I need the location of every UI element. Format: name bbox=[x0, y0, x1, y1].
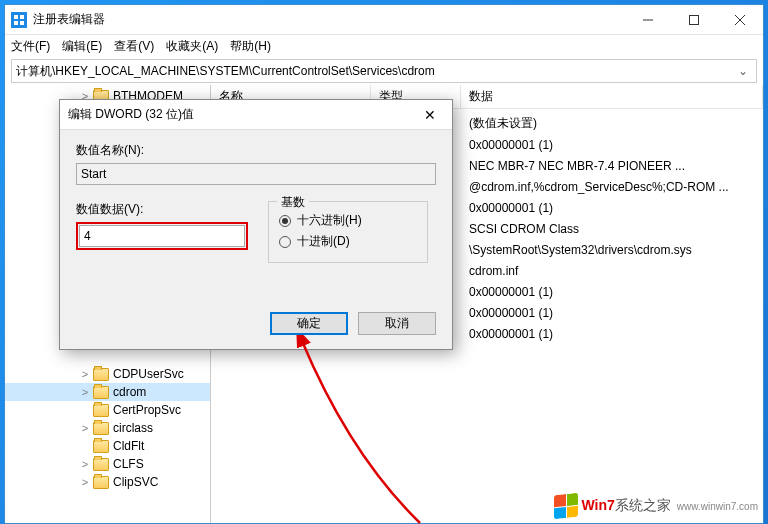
cell-data: NEC MBR-7 NEC MBR-7.4 PIONEER ... bbox=[461, 159, 763, 173]
watermark-url: www.winwin7.com bbox=[677, 501, 758, 512]
cell-data: \SystemRoot\System32\drivers\cdrom.sys bbox=[461, 243, 763, 257]
svg-rect-1 bbox=[20, 15, 24, 19]
dialog-body: 数值名称(N): 数值数据(V): 基数 十六进制(H) 十进制(D) bbox=[60, 130, 452, 312]
cell-data: 0x00000001 (1) bbox=[461, 138, 763, 152]
watermark-brand-suffix: 系统之家 bbox=[615, 497, 671, 513]
dialog-buttons: 确定 取消 bbox=[60, 312, 452, 349]
tree-item[interactable]: > ClipSVC bbox=[5, 473, 210, 491]
cancel-button[interactable]: 取消 bbox=[358, 312, 436, 335]
expander-icon[interactable]: > bbox=[79, 422, 91, 434]
tree-item-label: cdrom bbox=[113, 385, 146, 399]
watermark-brand-prefix: Win7 bbox=[582, 497, 615, 513]
cell-data: SCSI CDROM Class bbox=[461, 222, 763, 236]
value-input-highlight bbox=[76, 222, 248, 250]
cell-data: 0x00000001 (1) bbox=[461, 306, 763, 320]
col-data[interactable]: 数据 bbox=[461, 85, 763, 108]
dialog-titlebar: 编辑 DWORD (32 位)值 ✕ bbox=[60, 100, 452, 130]
radio-hex-label: 十六进制(H) bbox=[297, 212, 362, 229]
radio-dec[interactable]: 十进制(D) bbox=[279, 233, 417, 250]
address-bar[interactable]: 计算机\HKEY_LOCAL_MACHINE\SYSTEM\CurrentCon… bbox=[11, 59, 757, 83]
minimize-button[interactable] bbox=[625, 5, 671, 35]
edit-dword-dialog: 编辑 DWORD (32 位)值 ✕ 数值名称(N): 数值数据(V): 基数 … bbox=[59, 99, 453, 350]
radio-dec-label: 十进制(D) bbox=[297, 233, 350, 250]
menu-edit[interactable]: 编辑(E) bbox=[62, 38, 102, 55]
tree-item[interactable]: CertPropSvc bbox=[5, 401, 210, 419]
folder-icon bbox=[93, 440, 109, 453]
folder-icon bbox=[93, 386, 109, 399]
titlebar: 注册表编辑器 bbox=[5, 5, 763, 35]
tree-item[interactable]: > CDPUserSvc bbox=[5, 365, 210, 383]
name-label: 数值名称(N): bbox=[76, 142, 436, 159]
menu-help[interactable]: 帮助(H) bbox=[230, 38, 271, 55]
svg-rect-3 bbox=[20, 21, 24, 25]
expander-icon[interactable]: > bbox=[79, 368, 91, 380]
cell-data: @cdrom.inf,%cdrom_ServiceDesc%;CD-ROM ..… bbox=[461, 180, 763, 194]
tree-item-label: CLFS bbox=[113, 457, 144, 471]
dialog-title-text: 编辑 DWORD (32 位)值 bbox=[68, 106, 194, 123]
radio-icon bbox=[279, 215, 291, 227]
windows-logo-icon bbox=[554, 493, 578, 520]
chevron-down-icon[interactable]: ⌄ bbox=[734, 64, 752, 78]
tree-item-label: circlass bbox=[113, 421, 153, 435]
value-label: 数值数据(V): bbox=[76, 201, 248, 218]
radix-legend: 基数 bbox=[277, 194, 309, 211]
dialog-close-button[interactable]: ✕ bbox=[416, 103, 444, 127]
menu-view[interactable]: 查看(V) bbox=[114, 38, 154, 55]
cell-data: 0x00000001 (1) bbox=[461, 285, 763, 299]
window-title: 注册表编辑器 bbox=[33, 11, 625, 28]
window-controls bbox=[625, 5, 763, 35]
tree-item[interactable]: CldFlt bbox=[5, 437, 210, 455]
close-button[interactable] bbox=[717, 5, 763, 35]
cell-data: cdrom.inf bbox=[461, 264, 763, 278]
watermark: Win7系统之家 www.winwin7.com bbox=[554, 494, 758, 518]
address-path: 计算机\HKEY_LOCAL_MACHINE\SYSTEM\CurrentCon… bbox=[16, 63, 435, 80]
radio-hex[interactable]: 十六进制(H) bbox=[279, 212, 417, 229]
cell-data: (数值未设置) bbox=[461, 115, 763, 132]
maximize-button[interactable] bbox=[671, 5, 717, 35]
menu-file[interactable]: 文件(F) bbox=[11, 38, 50, 55]
folder-icon bbox=[93, 476, 109, 489]
svg-rect-0 bbox=[14, 15, 18, 19]
expander-icon[interactable]: > bbox=[79, 458, 91, 470]
folder-icon bbox=[93, 404, 109, 417]
ok-button[interactable]: 确定 bbox=[270, 312, 348, 335]
tree-item-label: CertPropSvc bbox=[113, 403, 181, 417]
app-icon bbox=[11, 12, 27, 28]
menubar: 文件(F) 编辑(E) 查看(V) 收藏夹(A) 帮助(H) bbox=[5, 35, 763, 57]
tree-item-label: ClipSVC bbox=[113, 475, 158, 489]
folder-icon bbox=[93, 422, 109, 435]
svg-rect-5 bbox=[690, 15, 699, 24]
tree-item-label: CldFlt bbox=[113, 439, 144, 453]
tree-item-cdrom[interactable]: > cdrom bbox=[5, 383, 210, 401]
tree-item[interactable]: > circlass bbox=[5, 419, 210, 437]
svg-rect-2 bbox=[14, 21, 18, 25]
radix-group: 基数 十六进制(H) 十进制(D) bbox=[268, 201, 428, 263]
name-input[interactable] bbox=[76, 163, 436, 185]
folder-icon bbox=[93, 368, 109, 381]
cell-data: 0x00000001 (1) bbox=[461, 201, 763, 215]
expander-icon[interactable]: > bbox=[79, 476, 91, 488]
folder-icon bbox=[93, 458, 109, 471]
cell-data: 0x00000001 (1) bbox=[461, 327, 763, 341]
menu-favorites[interactable]: 收藏夹(A) bbox=[166, 38, 218, 55]
value-input[interactable] bbox=[79, 225, 245, 247]
expander-icon[interactable]: > bbox=[79, 386, 91, 398]
radio-icon bbox=[279, 236, 291, 248]
tree-item[interactable]: > CLFS bbox=[5, 455, 210, 473]
tree-item-label: CDPUserSvc bbox=[113, 367, 184, 381]
